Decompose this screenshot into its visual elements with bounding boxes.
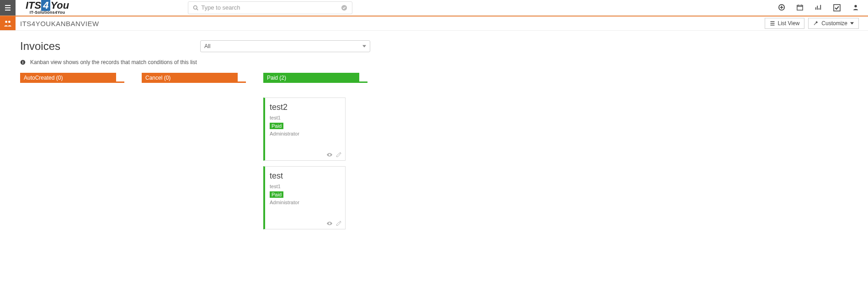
page-title: Invoices xyxy=(20,40,60,53)
card-status-badge: Paid xyxy=(270,123,283,129)
logo-main: ITS4You xyxy=(26,0,69,11)
menu-icon xyxy=(4,4,11,11)
search-wrap: Type to search xyxy=(188,1,352,14)
customize-label: Customize xyxy=(821,20,847,27)
kanban-column: AutoCreated (0) xyxy=(20,73,126,229)
logo-sub: IT-Solutions4You xyxy=(30,11,65,15)
card-subject: test1 xyxy=(270,115,340,120)
logo-left: ITS xyxy=(26,0,41,11)
column-label: Paid (2) xyxy=(267,75,286,81)
quick-create-button[interactable] xyxy=(778,4,785,11)
content-header: Invoices All xyxy=(20,40,868,53)
wrench-icon xyxy=(813,21,819,26)
caret-down-icon xyxy=(850,22,854,25)
column-label: Cancel (0) xyxy=(145,75,170,81)
customize-button[interactable]: Customize xyxy=(808,18,859,29)
column-cards: test2 test1 Paid Administrator test test… xyxy=(263,98,369,229)
calendar-button[interactable] xyxy=(797,4,803,11)
card-title: test xyxy=(270,171,340,181)
module-icon[interactable] xyxy=(0,16,16,30)
list-icon xyxy=(770,21,775,26)
global-search[interactable]: Type to search xyxy=(188,1,352,14)
column-header[interactable]: Cancel (0) xyxy=(142,73,238,83)
list-view-label: List View xyxy=(778,20,800,27)
card-view-button[interactable] xyxy=(327,221,332,226)
column-accent xyxy=(238,81,246,83)
column-accent xyxy=(359,81,367,83)
edit-icon xyxy=(336,152,341,157)
search-icon xyxy=(193,5,198,11)
breadcrumb: ITS4YOUKANBANVIEW xyxy=(20,20,99,27)
dropdown-caret-icon xyxy=(362,44,366,48)
user-icon xyxy=(852,4,859,11)
content: Invoices All Kanban view shows only the … xyxy=(0,31,868,239)
svg-point-0 xyxy=(194,5,197,9)
info-row: Kanban view shows only the records that … xyxy=(20,59,868,65)
card-view-button[interactable] xyxy=(327,152,332,157)
top-action-icons xyxy=(778,4,859,11)
checkbox-icon xyxy=(833,4,841,11)
svg-rect-10 xyxy=(22,61,23,62)
logo-mid: 4 xyxy=(41,0,50,11)
svg-point-7 xyxy=(8,21,11,23)
info-circle-icon xyxy=(20,60,26,65)
logo[interactable]: ITS4You IT-Solutions4You xyxy=(26,0,69,15)
filter-value: All xyxy=(204,43,210,49)
topbar: ITS4You IT-Solutions4You Type to search xyxy=(0,0,868,16)
group-icon xyxy=(4,19,12,27)
subbar: ITS4YOUKANBANVIEW List View Customize xyxy=(0,16,868,30)
tick-circle-icon[interactable] xyxy=(341,5,347,11)
card-owner: Administrator xyxy=(270,200,340,205)
filter-select[interactable]: All xyxy=(200,40,370,52)
edit-icon xyxy=(336,221,341,226)
info-text: Kanban view shows only the records that … xyxy=(30,59,197,65)
column-header[interactable]: AutoCreated (0) xyxy=(20,73,116,83)
tasks-button[interactable] xyxy=(833,4,841,11)
plus-circle-icon xyxy=(778,4,785,11)
search-placeholder: Type to search xyxy=(201,4,240,11)
card-subject: test1 xyxy=(270,184,340,189)
svg-rect-9 xyxy=(22,62,23,64)
card-title: test2 xyxy=(270,103,340,112)
kanban-column: Cancel (0) xyxy=(142,73,248,229)
kanban-card[interactable]: test2 test1 Paid Administrator xyxy=(263,98,346,161)
logo-right: You xyxy=(50,0,69,11)
barchart-icon xyxy=(815,4,821,11)
kanban-column: Paid (2) test2 test1 Paid Administrator xyxy=(263,73,369,229)
kanban-card[interactable]: test test1 Paid Administrator xyxy=(263,166,346,229)
reports-button[interactable] xyxy=(815,4,821,11)
column-header[interactable]: Paid (2) xyxy=(263,73,359,83)
main-menu-button[interactable] xyxy=(0,0,16,16)
eye-icon xyxy=(327,221,332,226)
kanban-columns: AutoCreated (0) Cancel (0) Paid (2) xyxy=(20,73,868,229)
card-status-badge: Paid xyxy=(270,191,283,198)
svg-rect-4 xyxy=(834,5,840,11)
eye-icon xyxy=(327,152,332,157)
column-label: AutoCreated (0) xyxy=(24,75,63,81)
calendar-icon xyxy=(797,4,803,11)
svg-point-6 xyxy=(5,21,7,23)
card-edit-button[interactable] xyxy=(336,221,341,226)
list-view-button[interactable]: List View xyxy=(765,18,805,29)
column-accent xyxy=(116,81,124,83)
svg-rect-3 xyxy=(797,5,803,10)
user-menu[interactable] xyxy=(852,4,859,11)
card-owner: Administrator xyxy=(270,131,340,136)
card-edit-button[interactable] xyxy=(336,152,341,157)
svg-point-5 xyxy=(854,5,857,7)
